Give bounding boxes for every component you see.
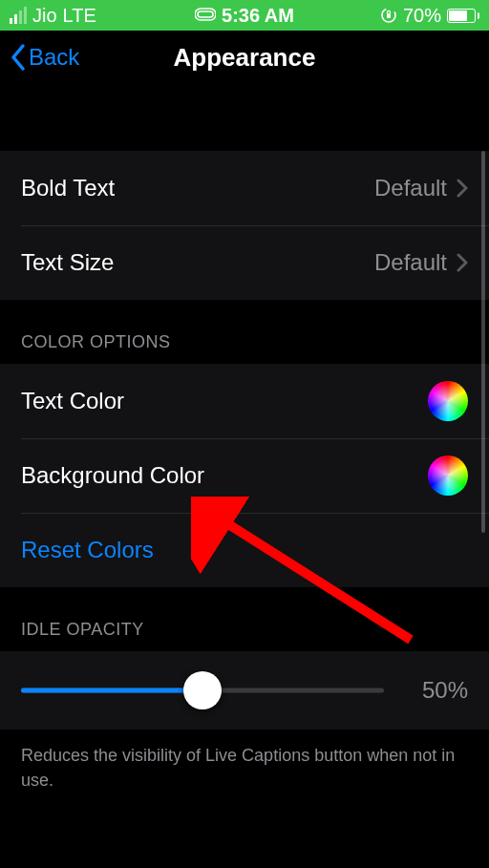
signal-icon — [10, 7, 27, 24]
back-label: Back — [29, 44, 79, 71]
hotspot-icon — [195, 6, 216, 26]
back-button[interactable]: Back — [10, 43, 79, 72]
text-color-label: Text Color — [21, 388, 428, 414]
chevron-right-icon — [457, 253, 468, 272]
idle-opacity-footer: Reduces the visibility of Live Captions … — [0, 730, 489, 831]
rotation-lock-icon — [380, 7, 397, 24]
content-scroll[interactable]: Bold Text Default Text Size Default COLO… — [0, 84, 489, 868]
idle-opacity-slider-row: 50% — [0, 651, 489, 730]
status-right: 70% — [380, 5, 479, 27]
reset-colors-label: Reset Colors — [21, 537, 468, 563]
slider-thumb[interactable] — [183, 671, 222, 709]
bold-text-label: Bold Text — [21, 175, 374, 201]
row-background-color[interactable]: Background Color — [0, 438, 489, 513]
status-bar: Jio LTE 5:36 AM 70% — [0, 0, 489, 31]
chevron-right-icon — [457, 179, 468, 198]
idle-opacity-slider[interactable] — [21, 676, 384, 705]
text-size-label: Text Size — [21, 249, 374, 276]
battery-pct-label: 70% — [403, 5, 441, 27]
background-color-label: Background Color — [21, 462, 428, 489]
chevron-left-icon — [10, 43, 27, 72]
color-wheel-icon — [428, 455, 468, 496]
slider-track-fill — [21, 688, 202, 693]
row-bold-text[interactable]: Bold Text Default — [0, 151, 489, 225]
color-options-header: COLOR OPTIONS — [0, 300, 489, 364]
bold-text-value: Default — [374, 175, 447, 201]
carrier-label: Jio — [32, 5, 57, 27]
spacer — [0, 84, 489, 151]
svg-rect-1 — [387, 13, 391, 18]
status-left: Jio LTE — [10, 5, 96, 27]
time-label: 5:36 AM — [222, 5, 294, 27]
text-size-value: Default — [374, 249, 447, 276]
battery-icon — [447, 9, 479, 23]
color-wheel-icon — [428, 381, 468, 421]
status-center: 5:36 AM — [195, 5, 294, 27]
text-style-group: Bold Text Default Text Size Default — [0, 151, 489, 300]
idle-opacity-value: 50% — [407, 677, 468, 704]
row-reset-colors[interactable]: Reset Colors — [0, 513, 489, 587]
row-text-size[interactable]: Text Size Default — [0, 225, 489, 300]
idle-opacity-header: IDLE OPACITY — [0, 587, 489, 651]
row-text-color[interactable]: Text Color — [0, 364, 489, 438]
page-title: Appearance — [174, 43, 316, 73]
scroll-indicator — [481, 151, 485, 533]
network-label: LTE — [63, 5, 96, 27]
nav-bar: Back Appearance — [0, 31, 489, 84]
color-options-group: Text Color Background Color Reset Colors — [0, 364, 489, 587]
idle-opacity-group: 50% — [0, 651, 489, 730]
